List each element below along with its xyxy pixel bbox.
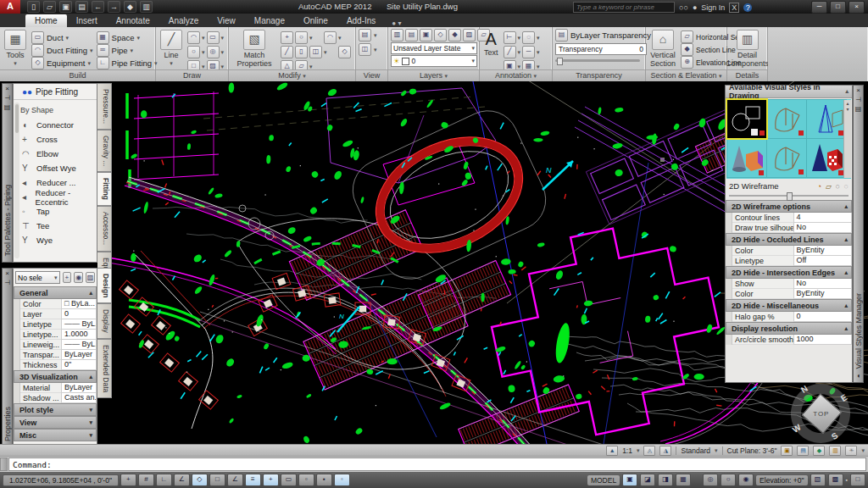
- layout-tab-icon[interactable]: ◪: [640, 474, 655, 486]
- palette-item-tee[interactable]: ⊤Tee: [14, 219, 97, 233]
- rotate-icon[interactable]: ○: [295, 31, 308, 44]
- style-thumb-conceptual[interactable]: [727, 139, 766, 177]
- palette-autohide-icon[interactable]: ⊣: [854, 95, 863, 104]
- plot-icon[interactable]: ▤: [75, 1, 88, 13]
- panel-label-modify[interactable]: Modify ▾: [229, 69, 355, 81]
- property-row[interactable]: Shadow ...Casts an...: [14, 393, 97, 403]
- ellipse-icon[interactable]: ◎: [207, 46, 220, 58]
- quick-select-icon[interactable]: ▨: [86, 272, 95, 283]
- mirror-icon[interactable]: ◫: [309, 46, 322, 58]
- toggle-dynamic-input[interactable]: +: [263, 474, 279, 486]
- section-header[interactable]: 2D Hide - Intersection Edges▴: [726, 266, 852, 279]
- palette-item-wye[interactable]: YWye: [14, 233, 97, 247]
- side-tab-display[interactable]: Display: [97, 303, 112, 339]
- minimize-button[interactable]: ─: [811, 1, 827, 14]
- workspace-icon[interactable]: ◆: [124, 1, 136, 13]
- property-row[interactable]: Linetype...1.0000: [14, 330, 97, 340]
- annotation-scale-icon[interactable]: ▲: [606, 446, 618, 456]
- tab-online[interactable]: Online: [294, 14, 337, 27]
- copy-icon[interactable]: ▯: [295, 46, 308, 58]
- property-row[interactable]: Halo gap %0: [726, 312, 852, 322]
- pan-icon[interactable]: ◎: [703, 474, 718, 486]
- side-tab-pressure-[interactable]: Pressure...: [97, 83, 112, 130]
- layer-properties-icon[interactable]: ▥: [391, 29, 403, 42]
- section-header[interactable]: 2D Hide - Occluded Lines▴: [726, 233, 852, 246]
- property-row[interactable]: MaterialByLayer: [14, 383, 97, 393]
- erase-icon[interactable]: ╱: [281, 46, 293, 58]
- palette-autohide-icon[interactable]: ⊣: [3, 93, 12, 103]
- zoom-icon[interactable]: ○: [721, 474, 736, 486]
- property-row[interactable]: LinetypeOff: [726, 256, 852, 266]
- palette-close-icon[interactable]: ×: [854, 86, 863, 95]
- model-tab-icon[interactable]: ▣: [622, 474, 637, 486]
- connect-dropdown-icon[interactable]: ● ▾: [392, 19, 401, 27]
- equipment-button[interactable]: ◇Equipment▾: [31, 57, 93, 69]
- panel-label-annotation[interactable]: Annotation ▾: [480, 69, 552, 81]
- layer-state-dropdown[interactable]: Unsaved Layer State▾: [391, 42, 477, 54]
- transparency-slider[interactable]: [555, 59, 640, 62]
- command-window-grip[interactable]: [0, 458, 8, 471]
- tab-home[interactable]: Home: [25, 14, 67, 27]
- steering-wheel-icon[interactable]: ◉: [738, 474, 754, 486]
- palette-autohide-icon[interactable]: ⊣: [3, 278, 12, 287]
- fillet-icon[interactable]: ◠: [324, 31, 337, 44]
- style-thumb-wireframe-2[interactable]: [767, 139, 806, 177]
- move-icon[interactable]: +: [281, 31, 293, 44]
- exchange-icon[interactable]: X: [729, 3, 739, 13]
- panel-label-draw[interactable]: Draw: [156, 69, 228, 81]
- line-button[interactable]: ╱ Line▾: [159, 29, 184, 69]
- pipe-button[interactable]: ═Pipe▾: [97, 44, 158, 57]
- panel-label-transparency[interactable]: Transparency: [553, 69, 645, 81]
- section-header[interactable]: General▴: [14, 286, 97, 299]
- panel-label-details[interactable]: Details: [727, 69, 767, 81]
- style-thumb-hidden[interactable]: [807, 100, 846, 138]
- save-icon[interactable]: ▣: [59, 1, 72, 13]
- detail-components-button[interactable]: ▥ Detail Components: [724, 29, 771, 69]
- panel-label-view[interactable]: View: [356, 69, 387, 81]
- toggle-3dosnap[interactable]: □: [209, 474, 225, 486]
- property-row[interactable]: Draw true silhouettesNo: [726, 223, 852, 233]
- pipe-fitting-button[interactable]: ∟Pipe Fitting▾: [97, 57, 158, 69]
- palette-item-elbow[interactable]: ◠Elbow: [14, 147, 97, 161]
- lamp-icon[interactable]: ☀: [845, 446, 857, 456]
- thumbnails-scrollbar[interactable]: ▴▾: [843, 100, 851, 178]
- open-icon[interactable]: ▱: [43, 1, 56, 13]
- sheet-set-icon[interactable]: ▥: [140, 1, 153, 13]
- command-window[interactable]: Command:: [0, 456, 868, 472]
- toggle-transparency[interactable]: ▫: [298, 474, 314, 486]
- layer-dropdown[interactable]: ☀ 0▾: [391, 55, 477, 67]
- redo-icon[interactable]: →: [108, 1, 120, 13]
- palette-item-connector[interactable]: ◖Connector: [14, 118, 97, 132]
- tab-manage[interactable]: Manage: [245, 14, 294, 27]
- palette-item-cross[interactable]: +Cross: [14, 132, 97, 147]
- workspace-switch-icon[interactable]: ▩: [828, 474, 843, 486]
- display-configuration[interactable]: Standard: [681, 446, 710, 455]
- close-button[interactable]: ×: [849, 1, 865, 14]
- match-properties-button[interactable]: ▧ Match Properties: [231, 29, 277, 69]
- sign-in-link[interactable]: Sign In: [701, 3, 725, 12]
- toggle-grid[interactable]: #: [138, 474, 154, 486]
- tab-analyze[interactable]: Analyze: [159, 14, 209, 27]
- palette-scrollbar[interactable]: [14, 103, 19, 258]
- help-icon[interactable]: ?: [743, 3, 752, 12]
- aec-project-icon[interactable]: ▤: [797, 446, 809, 456]
- section-header[interactable]: 2D Hide - Miscellaneous▴: [726, 299, 852, 312]
- autoscale-icon[interactable]: ◮: [659, 446, 671, 456]
- tool-palette-titlebar[interactable]: × ⊣ ▤ Tool Palettes - Piping: [2, 83, 13, 263]
- property-row[interactable]: Transpar...ByLayer: [14, 350, 97, 360]
- side-tab-fitting[interactable]: Fitting: [97, 172, 112, 206]
- tab-annotate[interactable]: Annotate: [107, 14, 159, 27]
- coordinates-readout[interactable]: 1.0270E+06, 9.1805E+04 , 0'-0": [3, 474, 119, 486]
- property-row[interactable]: Thickness0": [14, 360, 97, 370]
- duct-fitting-button[interactable]: ◠Duct Fitting▾: [31, 44, 93, 57]
- style-thumb-wireframe[interactable]: [767, 100, 806, 138]
- isolate-objects-icon[interactable]: ▣: [781, 446, 793, 456]
- restore-button[interactable]: □: [830, 1, 846, 14]
- cut-plane[interactable]: Cut Plane: 3'-6": [727, 446, 777, 455]
- open-drawing-menu-icon[interactable]: ▥: [829, 446, 841, 456]
- centerline-icon[interactable]: ─: [522, 46, 535, 58]
- dimension-icon[interactable]: ⊢: [504, 31, 516, 44]
- arc-icon[interactable]: ◠: [187, 31, 200, 44]
- property-row[interactable]: ColorByEntity: [726, 246, 852, 256]
- side-tab-gravity-[interactable]: Gravity ...: [97, 130, 112, 172]
